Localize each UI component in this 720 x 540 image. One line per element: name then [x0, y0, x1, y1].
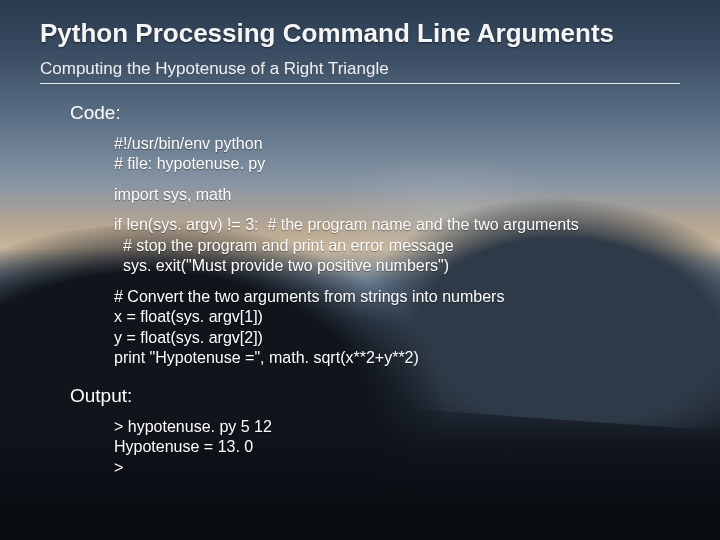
- code-line: x = float(sys. argv[1]): [114, 308, 263, 325]
- output-block: > hypotenuse. py 5 12 Hypotenuse = 13. 0…: [114, 417, 692, 478]
- output-label: Output:: [70, 385, 692, 407]
- code-line: y = float(sys. argv[2]): [114, 329, 263, 346]
- code-line: # stop the program and print an error me…: [114, 237, 454, 254]
- slide-content: Python Processing Command Line Arguments…: [0, 0, 720, 478]
- code-line: # file: hypotenuse. py: [114, 155, 265, 172]
- code-label: Code:: [70, 102, 692, 124]
- code-block: if len(sys. argv) != 3: # the program na…: [114, 215, 692, 276]
- output-line: >: [114, 459, 123, 476]
- divider: [40, 83, 680, 84]
- slide-title: Python Processing Command Line Arguments: [40, 18, 692, 49]
- code-block: # Convert the two arguments from strings…: [114, 287, 692, 369]
- code-line: #!/usr/bin/env python: [114, 135, 263, 152]
- code-line: print "Hypotenuse =", math. sqrt(x**2+y*…: [114, 349, 419, 366]
- code-line: if len(sys. argv) != 3: # the program na…: [114, 216, 579, 233]
- code-block: #!/usr/bin/env python # file: hypotenuse…: [114, 134, 692, 175]
- slide: Python Processing Command Line Arguments…: [0, 0, 720, 540]
- slide-subtitle: Computing the Hypotenuse of a Right Tria…: [40, 59, 692, 79]
- output-line: > hypotenuse. py 5 12: [114, 418, 272, 435]
- output-line: Hypotenuse = 13. 0: [114, 438, 253, 455]
- code-line: import sys, math: [114, 186, 231, 203]
- code-line: sys. exit("Must provide two positive num…: [114, 257, 449, 274]
- code-block: import sys, math: [114, 185, 692, 205]
- code-line: # Convert the two arguments from strings…: [114, 288, 504, 305]
